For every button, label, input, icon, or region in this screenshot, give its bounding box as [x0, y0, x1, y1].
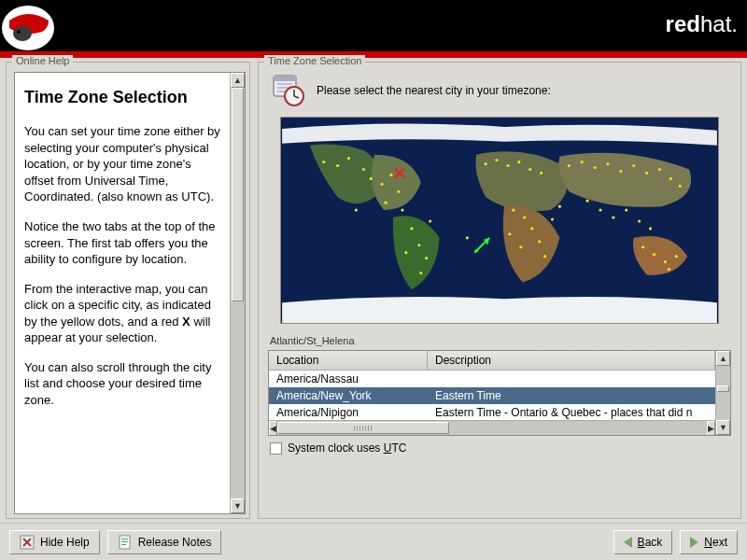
svg-point-46	[606, 162, 609, 165]
next-label: Next	[704, 536, 727, 549]
svg-point-60	[653, 253, 655, 256]
help-paragraph: From the interactive map, you can click …	[24, 281, 220, 346]
help-paragraph: You can set your time zone either by sel…	[24, 123, 220, 205]
table-header: Location Description	[269, 351, 715, 371]
svg-point-51	[669, 177, 672, 180]
table-row[interactable]: America/New_YorkEastern Time	[269, 387, 715, 404]
svg-point-39	[519, 245, 522, 248]
next-button[interactable]: Next	[680, 530, 738, 554]
help-title: Time Zone Selection	[24, 86, 220, 108]
svg-point-54	[599, 209, 601, 212]
svg-rect-75	[121, 539, 128, 539]
svg-point-34	[512, 209, 514, 212]
svg-point-43	[568, 164, 571, 167]
cell-location: America/New_York	[269, 389, 428, 402]
back-arrow-icon	[624, 537, 632, 548]
hide-help-button[interactable]: Hide Help	[9, 530, 100, 554]
svg-point-47	[619, 170, 622, 173]
help-paragraph: You can also scroll through the city lis…	[24, 359, 220, 409]
utc-label[interactable]: System clock uses UTC	[288, 441, 406, 455]
scroll-track[interactable]	[716, 366, 730, 420]
svg-point-62	[675, 255, 678, 258]
svg-point-13	[336, 164, 339, 167]
help-paragraph: Notice the two tabs at the top of the sc…	[24, 218, 220, 268]
svg-point-17	[381, 183, 384, 186]
svg-point-25	[419, 272, 422, 274]
red-strip	[0, 51, 747, 58]
back-button[interactable]: Back	[613, 530, 673, 554]
svg-point-37	[538, 240, 541, 243]
svg-point-64	[355, 209, 358, 212]
svg-point-21	[401, 209, 403, 212]
svg-point-2	[17, 30, 21, 34]
table-row[interactable]: America/NipigonEastern Time - Ontario & …	[269, 404, 715, 420]
scroll-thumb-h[interactable]	[277, 422, 449, 434]
scroll-up-button[interactable]: ▲	[716, 351, 730, 366]
svg-point-63	[668, 268, 670, 271]
table-h-scrollbar[interactable]: ◀ ▶	[269, 420, 715, 435]
cell-description	[428, 372, 715, 385]
svg-point-12	[322, 161, 325, 163]
timezone-table: Location Description America/NassauAmeri…	[268, 350, 731, 436]
release-notes-label: Release Notes	[138, 536, 212, 549]
svg-point-32	[529, 168, 531, 171]
timezone-panel: Time Zone Selection Please select the ne…	[258, 62, 741, 519]
utc-checkbox[interactable]	[270, 442, 282, 455]
cell-location: America/Nassau	[269, 372, 428, 385]
scroll-thumb[interactable]	[232, 88, 244, 301]
table-rows[interactable]: America/NassauAmerica/New_YorkEastern Ti…	[269, 371, 715, 420]
svg-point-45	[593, 166, 596, 169]
svg-point-29	[495, 159, 498, 161]
svg-point-26	[404, 251, 407, 254]
scroll-right-button[interactable]: ▶	[707, 421, 715, 435]
scroll-down-button[interactable]: ▼	[716, 420, 730, 435]
svg-point-57	[638, 219, 641, 222]
release-notes-icon	[118, 535, 133, 550]
svg-point-44	[581, 161, 584, 163]
scroll-track-h[interactable]	[277, 421, 707, 435]
svg-point-30	[506, 164, 509, 167]
svg-point-56	[625, 209, 627, 212]
svg-rect-4	[274, 76, 296, 81]
column-description[interactable]: Description	[428, 351, 715, 370]
brand-text: redhat.	[666, 11, 738, 37]
back-label: Back	[638, 536, 663, 549]
help-panel-label: Online Help	[12, 55, 73, 66]
svg-point-50	[658, 168, 661, 171]
svg-point-53	[586, 200, 589, 203]
scroll-track[interactable]	[231, 88, 245, 498]
svg-point-49	[645, 172, 648, 175]
scroll-left-button[interactable]: ◀	[269, 421, 277, 435]
table-v-scrollbar[interactable]: ▲ ▼	[715, 351, 730, 435]
svg-point-22	[410, 227, 413, 230]
footer-bar: Hide Help Release Notes Back Next	[0, 523, 747, 560]
svg-point-16	[370, 177, 373, 180]
cell-description: Eastern Time	[428, 389, 715, 402]
hide-help-label: Hide Help	[40, 536, 90, 549]
cell-location: America/Nipigon	[269, 406, 428, 419]
help-text-area: Time Zone Selection You can set your tim…	[15, 73, 230, 513]
calendar-clock-icon	[272, 74, 305, 107]
scroll-down-button[interactable]: ▼	[231, 498, 245, 513]
svg-point-20	[385, 202, 388, 204]
online-help-panel: Online Help Time Zone Selection You can …	[6, 62, 250, 519]
world-map-svg[interactable]	[281, 118, 718, 323]
svg-point-27	[429, 219, 431, 222]
svg-point-40	[508, 232, 511, 235]
hover-city-label: Atlantic/St_Helena	[270, 335, 731, 346]
help-scrollbar[interactable]: ▲ ▼	[230, 73, 245, 513]
svg-point-61	[664, 260, 667, 263]
svg-point-23	[417, 244, 420, 246]
scroll-thumb[interactable]	[717, 385, 729, 392]
redhat-logo-icon	[0, 0, 65, 51]
next-arrow-icon	[690, 537, 698, 548]
release-notes-button[interactable]: Release Notes	[107, 530, 222, 554]
svg-point-38	[543, 255, 546, 258]
svg-point-59	[641, 245, 644, 248]
column-location[interactable]: Location	[269, 351, 428, 370]
svg-rect-77	[121, 544, 126, 545]
timezone-map[interactable]	[280, 117, 719, 324]
svg-point-28	[485, 162, 487, 165]
table-row[interactable]: America/Nassau	[269, 371, 715, 387]
scroll-up-button[interactable]: ▲	[231, 73, 245, 88]
